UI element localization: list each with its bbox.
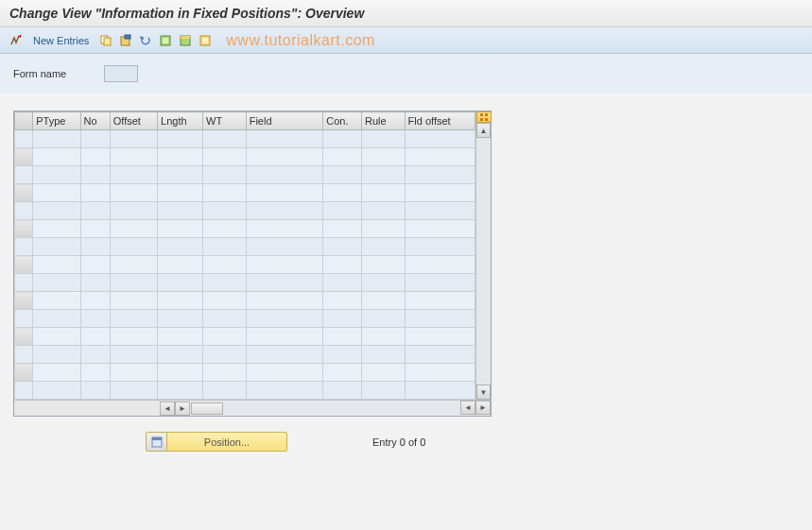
table-row[interactable]	[15, 364, 475, 382]
table-row[interactable]	[15, 346, 475, 364]
toggle-icon[interactable]	[8, 32, 25, 49]
table-row[interactable]	[15, 166, 475, 184]
scroll-left-icon[interactable]: ◄	[160, 402, 175, 416]
svg-rect-12	[480, 118, 483, 121]
svg-rect-11	[485, 113, 488, 116]
form-name-input[interactable]	[104, 65, 138, 82]
table-row[interactable]	[15, 202, 475, 220]
entry-status: Entry 0 of 0	[372, 436, 425, 448]
table-row[interactable]	[15, 328, 475, 346]
col-header-no[interactable]: No	[80, 112, 110, 130]
data-table: PType No Offset Lngth WT Field Con. Rule…	[13, 111, 492, 417]
page-title: Change View "Information in Fixed Positi…	[0, 0, 812, 27]
col-header-con[interactable]: Con.	[323, 112, 362, 130]
scroll-right-icon[interactable]: ►	[175, 402, 190, 416]
svg-rect-9	[202, 38, 208, 43]
col-header-wt[interactable]: WT	[203, 112, 247, 130]
svg-rect-1	[104, 38, 111, 45]
position-icon	[147, 433, 167, 451]
delete-icon[interactable]	[117, 32, 134, 49]
scroll-up-icon[interactable]: ▲	[476, 123, 491, 138]
form-name-label: Form name	[13, 68, 66, 79]
scroll-right-end-icon[interactable]: ►	[475, 401, 491, 415]
table-row[interactable]	[15, 220, 475, 238]
table-config-icon[interactable]	[476, 111, 492, 123]
vertical-scrollbar[interactable]: ▲ ▼	[475, 111, 491, 400]
svg-rect-5	[163, 38, 168, 43]
col-header-fldoffset[interactable]: Fld offset	[405, 112, 475, 130]
scroll-down-icon[interactable]: ▼	[476, 385, 491, 400]
table-row[interactable]	[15, 310, 475, 328]
table-row[interactable]	[15, 382, 475, 400]
svg-rect-15	[152, 437, 162, 440]
table-row[interactable]	[15, 274, 475, 292]
table-row[interactable]	[15, 148, 475, 166]
table-row[interactable]	[15, 238, 475, 256]
col-header-ptype[interactable]: PType	[33, 112, 80, 130]
undo-icon[interactable]	[137, 32, 154, 49]
svg-rect-13	[485, 118, 488, 121]
select-block-icon[interactable]	[177, 32, 194, 49]
position-button[interactable]: Position...	[146, 432, 287, 452]
horizontal-scrollbar[interactable]: ◄ ► ◄ ►	[14, 400, 491, 416]
scroll-thumb[interactable]	[191, 402, 223, 415]
table-row[interactable]	[15, 256, 475, 274]
col-header-rule[interactable]: Rule	[362, 112, 406, 130]
table-row[interactable]	[15, 184, 475, 202]
col-header-field[interactable]: Field	[246, 112, 323, 130]
row-selector-header[interactable]	[15, 112, 33, 130]
table-header-row: PType No Offset Lngth WT Field Con. Rule…	[15, 112, 475, 130]
svg-rect-7	[181, 36, 190, 39]
copy-icon[interactable]	[97, 32, 114, 49]
svg-rect-3	[125, 35, 130, 39]
watermark-text: www.tutorialkart.com	[226, 32, 375, 49]
form-area: Form name	[0, 54, 812, 94]
col-header-offset[interactable]: Offset	[110, 112, 157, 130]
col-header-lngth[interactable]: Lngth	[158, 112, 203, 130]
select-all-icon[interactable]	[157, 32, 174, 49]
svg-rect-10	[480, 113, 483, 116]
scroll-left-end-icon[interactable]: ◄	[460, 401, 475, 415]
new-entries-button[interactable]: New Entries	[27, 33, 95, 48]
footer: Position... Entry 0 of 0	[132, 424, 812, 459]
toolbar: New Entries www.tutorialkart.com	[0, 27, 812, 54]
table-row[interactable]	[15, 130, 475, 148]
table-row[interactable]	[15, 292, 475, 310]
position-label: Position...	[167, 436, 286, 448]
deselect-all-icon[interactable]	[197, 32, 214, 49]
